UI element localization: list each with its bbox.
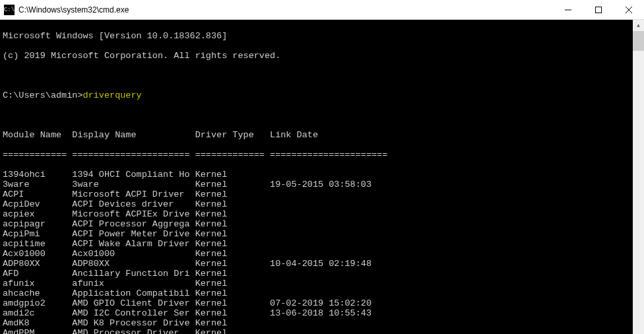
titlebar: C:\ C:\Windows\system32\cmd.exe: [0, 0, 644, 20]
svg-rect-1: [596, 7, 602, 13]
command: driverquery: [83, 90, 142, 100]
close-button[interactable]: [614, 0, 644, 19]
table-row: afunix afunix Kernel: [3, 279, 630, 288]
prompt-line: C:\Users\admin>driverquery: [3, 90, 630, 100]
table-row: acpitime ACPI Wake Alarm Driver Kernel: [3, 239, 630, 249]
minimize-button[interactable]: [553, 0, 583, 19]
table-row: AFD Ancillary Function Dri Kernel: [3, 269, 630, 279]
cmd-icon: C:\: [4, 5, 15, 15]
maximize-button[interactable]: [583, 0, 614, 19]
scroll-up-arrow-icon[interactable]: ▲: [633, 20, 644, 31]
table-row: ADP80XX ADP80XX Kernel 10-04-2015 02:19:…: [3, 259, 630, 269]
terminal-output[interactable]: Microsoft Windows [Version 10.0.18362.83…: [0, 20, 633, 334]
table-row: 3ware 3ware Kernel 19-05-2015 03:58:03: [3, 180, 630, 189]
table-row: acpipagr ACPI Processor Aggrega Kernel: [3, 219, 630, 229]
prompt: C:\Users\admin>: [3, 90, 83, 100]
table-row: acpiex Microsoft ACPIEx Drive Kernel: [3, 209, 630, 219]
table-separator: ============ ====================== ====…: [3, 150, 630, 160]
table-row: ahcache Application Compatibil Kernel: [3, 288, 630, 298]
scrollbar-thumb[interactable]: [633, 31, 644, 51]
table-row: AcpiPmi ACPI Power Meter Drive Kernel: [3, 229, 630, 239]
table-row: AmdK8 AMD K8 Processor Drive Kernel: [3, 318, 630, 328]
table-row: amdi2c AMD I2C Controller Ser Kernel 13-…: [3, 308, 630, 318]
table-body: 1394ohci 1394 OHCI Compliant Ho Kernel 3…: [3, 170, 630, 334]
table-row: 1394ohci 1394 OHCI Compliant Ho Kernel: [3, 170, 630, 180]
table-row: AmdPPM AMD Processor Driver Kernel: [3, 328, 630, 334]
version-line: Microsoft Windows [Version 10.0.18362.83…: [3, 31, 630, 41]
window-title: C:\Windows\system32\cmd.exe: [18, 5, 553, 15]
table-row: AcpiDev ACPI Devices driver Kernel: [3, 199, 630, 209]
table-row: Acx01000 Acx01000 Kernel: [3, 249, 630, 259]
table-row: amdgpio2 AMD GPIO Client Driver Kernel 0…: [3, 298, 630, 308]
cmd-icon-text: C:\: [4, 7, 15, 13]
table-header: Module Name Display Name Driver Type Lin…: [3, 130, 630, 140]
copyright-line: (c) 2019 Microsoft Corporation. All righ…: [3, 51, 630, 61]
window-controls: [553, 0, 644, 19]
table-row: ACPI Microsoft ACPI Driver Kernel: [3, 189, 630, 199]
vertical-scrollbar[interactable]: ▲: [633, 20, 644, 334]
